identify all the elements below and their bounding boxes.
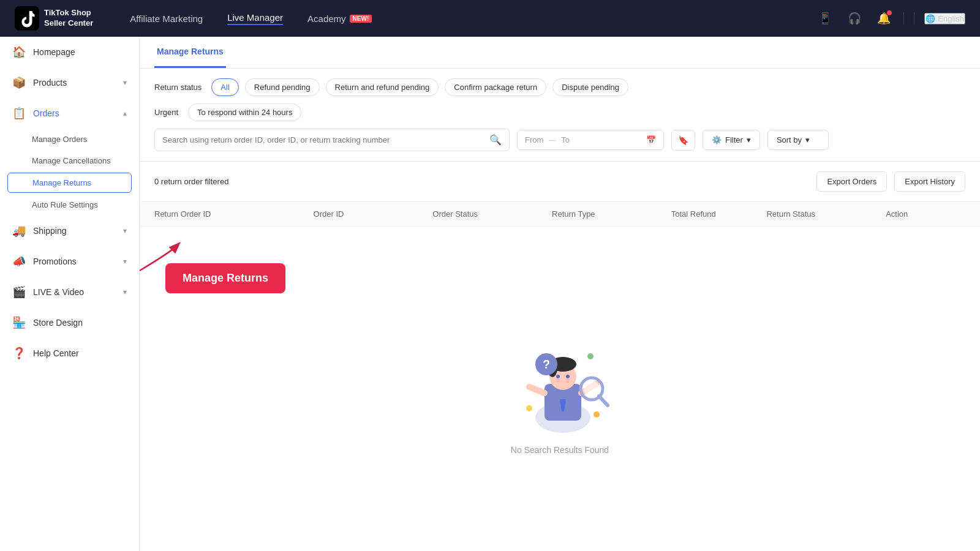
headset-icon-button[interactable]: 🎧: [845, 9, 864, 28]
nav-academy-label: Academy: [307, 13, 346, 24]
svg-text:?: ?: [543, 358, 550, 371]
urgent-row: Urgent To respond within 24 hours: [154, 103, 965, 121]
store-design-icon: 🏪: [12, 316, 26, 329]
language-selector[interactable]: 🌐 English: [924, 13, 965, 24]
nav-affiliate-marketing[interactable]: Affiliate Marketing: [130, 12, 203, 25]
tab-manage-returns[interactable]: Manage Returns: [154, 37, 226, 68]
logo[interactable]: TikTok Shop Seller Center: [15, 6, 93, 31]
filter-area: Return status All Refund pending Return …: [140, 69, 980, 162]
col-order-status: Order Status: [432, 209, 552, 219]
search-box[interactable]: 🔍: [154, 129, 510, 151]
date-from-label: From: [525, 135, 543, 144]
sidebar-label-homepage: Homepage: [33, 47, 75, 57]
search-input[interactable]: [162, 135, 484, 144]
col-action: Action: [886, 209, 965, 219]
svg-line-6: [529, 387, 545, 393]
tab-bar: Manage Returns: [140, 37, 980, 69]
sidebar-item-promotions[interactable]: 📣 Promotions ▾: [0, 246, 139, 277]
sidebar-item-help-center[interactable]: ❓ Help Center: [0, 338, 139, 369]
sidebar-sub-manage-orders[interactable]: Manage Orders: [0, 129, 139, 150]
phone-icon-button[interactable]: 📱: [815, 9, 835, 28]
calendar-icon: 📅: [646, 135, 656, 144]
svg-point-16: [584, 381, 600, 397]
export-history-button[interactable]: Export History: [894, 171, 965, 192]
status-dispute-pending-button[interactable]: Dispute pending: [552, 78, 628, 96]
urgent-label: Urgent: [154, 108, 178, 117]
date-range-picker[interactable]: From — To 📅: [517, 130, 664, 150]
col-return-type: Return Type: [552, 209, 671, 219]
sidebar-label-store-design: Store Design: [33, 318, 83, 328]
svg-point-1: [587, 353, 594, 359]
nav-academy[interactable]: Academy NEW!: [307, 12, 372, 25]
language-label: English: [938, 14, 964, 23]
sidebar-item-store-design[interactable]: 🏪 Store Design: [0, 307, 139, 338]
auto-rule-settings-label: Auto Rule Settings: [32, 200, 98, 209]
status-return-refund-pending-button[interactable]: Return and refund pending: [326, 78, 439, 96]
promotions-chevron-icon: ▾: [123, 257, 127, 266]
table-area: 0 return order filtered Export Orders Ex…: [140, 162, 980, 551]
sidebar-label-shipping: Shipping: [33, 226, 67, 236]
table-header: Return Order ID Order ID Order Status Re…: [140, 202, 980, 227]
filter-dropdown-label: Filter: [725, 135, 743, 144]
sidebar-item-shipping[interactable]: 🚚 Shipping ▾: [0, 216, 139, 246]
main-layout: 🏠 Homepage 📦 Products ▾ 📋 Orders ▴ Manag…: [0, 37, 980, 551]
search-row: 🔍 From — To 📅 🔖 ⚙️ Filter ▾ Sort: [154, 129, 965, 151]
logo-text-line1: TikTok Shop: [44, 8, 93, 18]
date-range-dash: —: [548, 135, 556, 144]
sidebar-label-live-video: LIVE & Video: [33, 287, 84, 297]
orders-chevron-icon: ▴: [123, 109, 127, 118]
top-navigation: TikTok Shop Seller Center Affiliate Mark…: [0, 0, 980, 37]
sidebar-sub-auto-rule-settings[interactable]: Auto Rule Settings: [0, 194, 139, 216]
nav-live-manager[interactable]: Live Manager: [227, 12, 283, 25]
nav-divider2: [914, 12, 914, 24]
manage-orders-label: Manage Orders: [32, 135, 87, 144]
svg-point-13: [556, 379, 560, 383]
col-total-refund: Total Refund: [671, 209, 767, 219]
sort-by-label: Sort by: [777, 135, 802, 144]
nav-divider: [903, 12, 904, 24]
sidebar-item-live-video[interactable]: 🎬 LIVE & Video ▾: [0, 277, 139, 307]
sidebar-item-products[interactable]: 📦 Products ▾: [0, 67, 139, 98]
status-refund-pending-button[interactable]: Refund pending: [245, 78, 320, 96]
nav-links: Affiliate Marketing Live Manager Academy…: [130, 12, 791, 25]
bookmark-button[interactable]: 🔖: [671, 130, 695, 151]
sidebar-label-promotions: Promotions: [33, 257, 77, 266]
sidebar-item-homepage[interactable]: 🏠 Homepage: [0, 37, 139, 67]
help-center-icon: ❓: [12, 347, 26, 360]
search-icon: 🔍: [489, 134, 502, 146]
sidebar-sub-manage-cancellations[interactable]: Manage Cancellations: [0, 150, 139, 171]
live-video-chevron-icon: ▾: [123, 288, 127, 296]
filter-funnel-icon: ⚙️: [712, 135, 722, 144]
promotions-icon: 📣: [12, 255, 26, 268]
sidebar-item-orders[interactable]: 📋 Orders ▴: [0, 98, 139, 129]
sidebar-sub-manage-returns[interactable]: Manage Returns: [7, 173, 132, 193]
main-content: Manage Returns Return status All Refund …: [140, 37, 980, 551]
svg-point-2: [526, 405, 532, 411]
sort-by-button[interactable]: Sort by ▾: [767, 130, 829, 150]
new-badge: NEW!: [350, 15, 372, 23]
bookmark-icon: 🔖: [678, 135, 688, 145]
orders-icon: 📋: [12, 107, 26, 120]
filter-dropdown-button[interactable]: ⚙️ Filter ▾: [703, 130, 760, 150]
logo-text-line2: Seller Center: [44, 18, 93, 29]
svg-point-14: [566, 379, 570, 383]
date-to-label: To: [561, 135, 570, 144]
svg-point-12: [566, 375, 570, 378]
products-icon: 📦: [12, 76, 26, 89]
return-status-row: Return status All Refund pending Return …: [154, 78, 965, 96]
table-toolbar: 0 return order filtered Export Orders Ex…: [140, 162, 980, 202]
export-orders-button[interactable]: Export Orders: [816, 171, 887, 192]
status-confirm-package-return-button[interactable]: Confirm package return: [445, 78, 546, 96]
notification-bell-button[interactable]: 🔔: [874, 9, 894, 28]
home-icon: 🏠: [12, 45, 26, 59]
urgent-24hours-button[interactable]: To respond within 24 hours: [188, 103, 301, 121]
sortby-chevron-down-icon: ▾: [805, 135, 810, 144]
status-all-button[interactable]: All: [211, 78, 238, 96]
filter-chevron-down-icon: ▾: [747, 135, 751, 144]
svg-point-3: [594, 411, 600, 418]
globe-icon: 🌐: [925, 14, 935, 23]
sidebar-label-orders: Orders: [33, 108, 59, 118]
shipping-icon: 🚚: [12, 224, 26, 238]
svg-point-11: [556, 375, 560, 378]
products-chevron-icon: ▾: [123, 78, 127, 87]
